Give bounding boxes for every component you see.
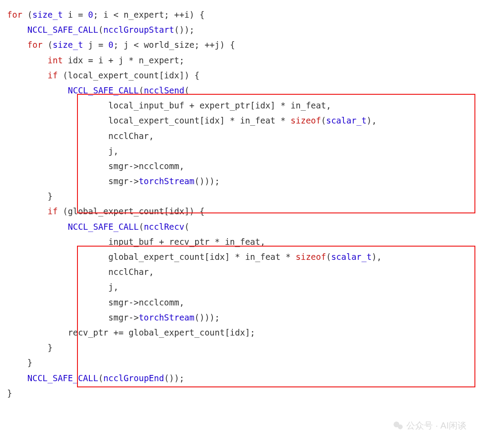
fn-torchStream: torchStream [139, 176, 194, 186]
macro-nccl-safe-call: NCCL_SAFE_CALL [27, 25, 98, 35]
code-text: ), [372, 252, 382, 262]
kw-sizeof: sizeof [291, 116, 321, 125]
code-text: input_buf + recv_ptr * in_feat, [108, 237, 266, 247]
watermark-text: 公众号 · AI闲谈 [406, 417, 466, 433]
code-text: ncclChar, [108, 131, 154, 141]
code-text: ; i < n_expert; ++i) { [93, 10, 205, 19]
kw-for: for [27, 40, 42, 50]
code-text: ()); [164, 373, 185, 383]
code-text: ; j < world_size; ++j) { [113, 40, 235, 50]
wechat-icon [392, 420, 404, 431]
code-text: } [7, 388, 12, 398]
num-zero: 0 [108, 40, 113, 50]
code-text: smgr->ncclcomm, [108, 161, 185, 171]
type-size_t: size_t [53, 40, 83, 50]
watermark: 公众号 · AI闲谈 [392, 417, 466, 433]
code-text: local_input_buf + expert_ptr[idx] * in_f… [108, 100, 331, 110]
code-text: ())); [194, 313, 220, 322]
macro-nccl-safe-call: NCCL_SAFE_CALL [68, 222, 139, 232]
code-text: i = [63, 10, 88, 19]
type-size_t: size_t [32, 10, 63, 19]
code-text: ), [366, 116, 377, 125]
fn-ncclSend: ncclSend [144, 85, 185, 95]
code-text: local_expert_count[idx] * in_feat * [108, 116, 291, 125]
code-text: } [48, 191, 53, 201]
svg-point-0 [394, 422, 400, 428]
code-text: ncclChar, [108, 267, 154, 277]
kw-for: for [7, 10, 22, 19]
highlight-box-ncclSend [77, 94, 475, 213]
code-text: ( [321, 116, 326, 125]
kw-if: if [48, 70, 58, 80]
code-text: (local_expert_count[idx]) { [58, 70, 199, 80]
code-text: recv_ptr += global_expert_count[idx]; [68, 328, 255, 337]
kw-int: int [48, 55, 63, 65]
code-text: ()); [174, 25, 195, 35]
num-zero: 0 [88, 10, 93, 19]
fn-ncclRecv: ncclRecv [144, 222, 185, 232]
macro-nccl-safe-call: NCCL_SAFE_CALL [27, 373, 98, 383]
code-text: } [48, 343, 53, 352]
svg-point-1 [398, 425, 403, 429]
fn-torchStream: torchStream [139, 313, 194, 322]
code-text: smgr->ncclcomm, [108, 297, 185, 307]
kw-sizeof: sizeof [296, 252, 326, 262]
code-text: } [27, 358, 32, 367]
fn-ncclGroupEnd: ncclGroupEnd [103, 373, 164, 383]
code-text: smgr-> [108, 313, 139, 322]
code-text: j = [83, 40, 108, 50]
code-text: j, [108, 282, 119, 292]
kw-if: if [48, 206, 58, 216]
code-text: global_expert_count[idx] * in_feat * [108, 252, 296, 262]
code-text: ( [184, 85, 189, 95]
macro-nccl-safe-call: NCCL_SAFE_CALL [68, 85, 139, 95]
code-text: ( [184, 222, 189, 232]
type-scalar_t: scalar_t [326, 116, 367, 125]
code-text: ())); [194, 176, 220, 186]
fn-ncclGroupStart: ncclGroupStart [103, 25, 174, 35]
code-text: smgr-> [108, 176, 139, 186]
code-text: idx = i + j * n_expert; [63, 55, 185, 65]
code-text: ( [326, 252, 331, 262]
code-text: (global_expert_count[idx]) { [58, 206, 204, 216]
type-scalar_t: scalar_t [331, 252, 372, 262]
code-block: for (size_t i = 0; i < n_expert; ++i) { … [7, 7, 471, 446]
code-text: j, [108, 146, 119, 156]
